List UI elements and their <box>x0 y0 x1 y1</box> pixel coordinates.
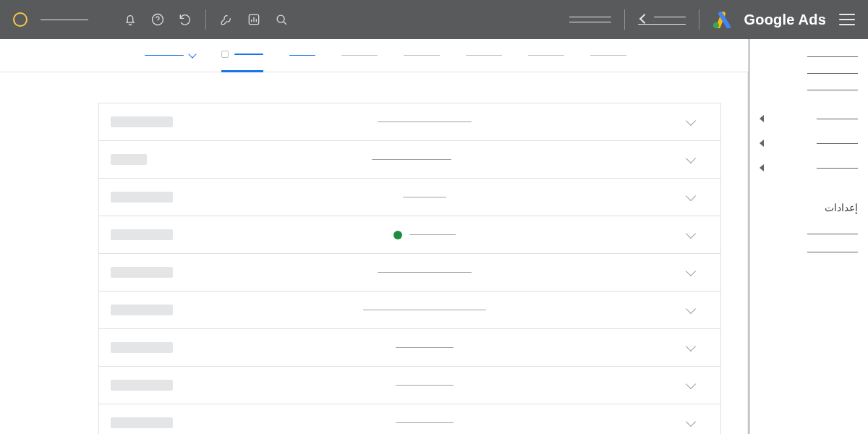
undo-icon[interactable] <box>178 12 192 27</box>
row-value <box>111 305 173 315</box>
status-dot-icon <box>393 231 402 239</box>
tab-7[interactable] <box>590 55 626 56</box>
chevron-down-icon <box>686 190 696 200</box>
sidebar-settings[interactable]: إعدادات <box>760 202 858 213</box>
breadcrumb-primary[interactable] <box>569 17 611 22</box>
help-icon[interactable] <box>150 12 165 27</box>
tabstrip <box>0 39 868 72</box>
account-status-circle[interactable] <box>13 12 27 27</box>
sidebar-expandable-1[interactable] <box>760 140 858 147</box>
tab-6[interactable] <box>528 55 564 56</box>
google-ads-logo-icon <box>712 11 731 28</box>
tab-0[interactable] <box>145 54 195 57</box>
row-value <box>111 229 173 240</box>
row-value <box>111 380 173 391</box>
table-row[interactable] <box>99 292 720 329</box>
tab-2[interactable] <box>289 55 315 56</box>
table-row[interactable] <box>99 367 720 404</box>
divider <box>624 9 625 30</box>
row-value <box>111 417 173 428</box>
tools-icon[interactable] <box>219 12 234 27</box>
divider <box>699 9 699 30</box>
caret-left-icon <box>760 140 764 147</box>
row-value <box>111 116 173 127</box>
chevron-left-icon <box>639 13 649 23</box>
brand-name: Google Ads <box>744 12 826 28</box>
sidebar: إعدادات <box>749 39 868 434</box>
sidebar-link-2[interactable] <box>760 90 858 90</box>
content-area <box>0 72 747 434</box>
row-value <box>111 342 173 353</box>
row-value <box>111 192 173 203</box>
topbar: Google Ads <box>0 0 868 39</box>
caret-left-icon <box>760 115 764 122</box>
sidebar-link-1[interactable] <box>760 73 858 74</box>
svg-point-3 <box>713 22 719 28</box>
reports-icon[interactable] <box>247 12 261 27</box>
sidebar-expandable-0[interactable] <box>760 115 858 122</box>
sidebar-bottom-link-0[interactable] <box>760 234 858 234</box>
search-icon[interactable] <box>274 12 289 27</box>
chevron-down-icon <box>686 303 696 313</box>
sidebar-link-0[interactable] <box>760 56 858 57</box>
table-row[interactable] <box>99 329 720 367</box>
tab-1[interactable] <box>221 39 263 72</box>
chevron-down-icon <box>686 265 696 276</box>
table-row[interactable] <box>99 254 720 292</box>
checkbox-icon <box>221 51 229 58</box>
svg-point-2 <box>277 15 284 22</box>
chevron-down-icon <box>686 153 696 163</box>
settings-table <box>98 103 721 434</box>
sidebar-bottom-link-1[interactable] <box>760 252 858 252</box>
table-row[interactable] <box>99 216 720 254</box>
table-row[interactable] <box>99 179 720 216</box>
chevron-down-icon <box>686 228 696 238</box>
chevron-down-icon <box>686 416 696 426</box>
table-row[interactable] <box>99 103 720 141</box>
breadcrumb-secondary[interactable] <box>638 15 686 25</box>
chevron-down-icon <box>686 115 696 125</box>
row-value <box>111 154 147 165</box>
menu-icon[interactable] <box>839 14 855 25</box>
divider <box>205 9 206 30</box>
tab-5[interactable] <box>466 55 502 56</box>
row-value <box>111 267 173 278</box>
chevron-down-icon <box>686 378 696 388</box>
tab-4[interactable] <box>404 55 440 56</box>
tab-3[interactable] <box>341 55 378 56</box>
table-row[interactable] <box>99 404 720 434</box>
chevron-down-icon <box>188 50 196 58</box>
caret-left-icon <box>760 164 764 171</box>
account-name-placeholder <box>41 20 88 20</box>
bell-icon[interactable] <box>123 12 137 27</box>
sidebar-expandable-2[interactable] <box>760 164 858 171</box>
chevron-down-icon <box>686 341 696 351</box>
table-row[interactable] <box>99 141 720 179</box>
